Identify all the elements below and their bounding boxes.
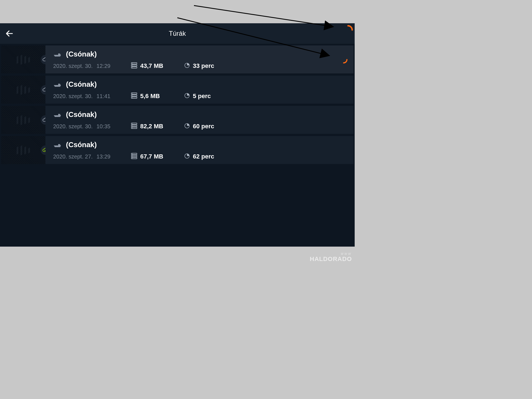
svg-point-4 (132, 65, 133, 66)
spinner-icon (343, 25, 353, 35)
header-bar: Túrák (0, 23, 355, 44)
trip-name: (Csónak) (66, 110, 97, 119)
svg-point-17 (132, 124, 133, 124)
trip-duration: 33 perc (193, 62, 214, 70)
clock-icon (184, 153, 190, 160)
trip-row[interactable]: (Csónak)2020. szept. 30.11:415,6 MB5 per… (1, 76, 354, 104)
watermark-line2: HALDORADO (310, 255, 352, 263)
trip-duration: 62 perc (193, 153, 214, 160)
trip-datetime: 2020. szept. 30.12:29 (53, 63, 122, 69)
svg-point-12 (132, 98, 133, 98)
page-title: Túrák (0, 30, 355, 37)
trip-thumbnail (1, 45, 45, 73)
trip-content: (Csónak)2020. szept. 27.13:2967,7 MB62 p… (45, 136, 354, 164)
clock-icon (184, 93, 190, 100)
arrow-left-icon (5, 29, 14, 38)
trip-thumbnail (1, 106, 45, 134)
trip-datetime: 2020. szept. 30.10:35 (53, 123, 122, 130)
trip-duration: 5 perc (193, 93, 211, 100)
svg-point-18 (132, 126, 133, 126)
trip-datetime: 2020. szept. 30.11:41 (53, 93, 122, 99)
trip-row[interactable]: (Csónak)2020. szept. 27.13:2967,7 MB62 p… (1, 136, 354, 164)
svg-point-5 (132, 67, 133, 68)
trip-content: (Csónak)2020. szept. 30.11:415,6 MB5 per… (45, 76, 354, 104)
storage-icon (131, 62, 137, 70)
sync-spinner-header (343, 25, 353, 35)
svg-point-3 (132, 63, 133, 64)
boat-icon (53, 82, 63, 87)
boat-icon (53, 112, 63, 117)
trip-row[interactable]: (Csónak)2020. szept. 30.10:3582,2 MB60 p… (1, 106, 354, 134)
trip-size: 43,7 MB (140, 62, 176, 70)
storage-icon (131, 93, 137, 100)
watermark: WWW HALDORADO (310, 252, 352, 263)
trip-row[interactable]: (Csónak)2020. szept. 30.12:2943,7 MB33 p… (1, 45, 354, 73)
watermark-line1: WWW (310, 252, 352, 255)
clock-icon (184, 62, 190, 70)
trip-name: (Csónak) (66, 50, 97, 58)
trips-list: (Csónak)2020. szept. 30.12:2943,7 MB33 p… (0, 44, 355, 247)
trip-duration: 60 perc (193, 123, 214, 130)
back-button[interactable] (4, 28, 15, 39)
trip-thumbnail (1, 136, 45, 164)
trip-name: (Csónak) (66, 80, 97, 89)
trip-thumbnail (1, 76, 45, 104)
boat-icon (53, 142, 63, 148)
sync-spinner-row (339, 55, 348, 64)
svg-point-10 (132, 93, 133, 94)
storage-icon (131, 123, 137, 130)
trip-size: 5,6 MB (140, 93, 176, 100)
trip-datetime: 2020. szept. 27.13:29 (53, 154, 122, 160)
clock-icon (184, 123, 190, 130)
boat-icon (53, 52, 63, 57)
trip-content: (Csónak)2020. szept. 30.12:2943,7 MB33 p… (45, 45, 354, 73)
svg-point-19 (132, 128, 133, 128)
svg-point-11 (132, 95, 133, 96)
svg-point-24 (132, 154, 133, 154)
app-window: Túrák (Csónak)2020. szept. 30.12:2943,7 … (0, 23, 355, 247)
svg-point-25 (132, 156, 133, 156)
trip-size: 82,2 MB (140, 123, 176, 130)
storage-icon (131, 153, 137, 160)
trip-name: (Csónak) (66, 140, 97, 149)
trip-size: 67,7 MB (140, 153, 176, 160)
svg-point-26 (132, 158, 133, 158)
trip-content: (Csónak)2020. szept. 30.10:3582,2 MB60 p… (45, 106, 354, 134)
